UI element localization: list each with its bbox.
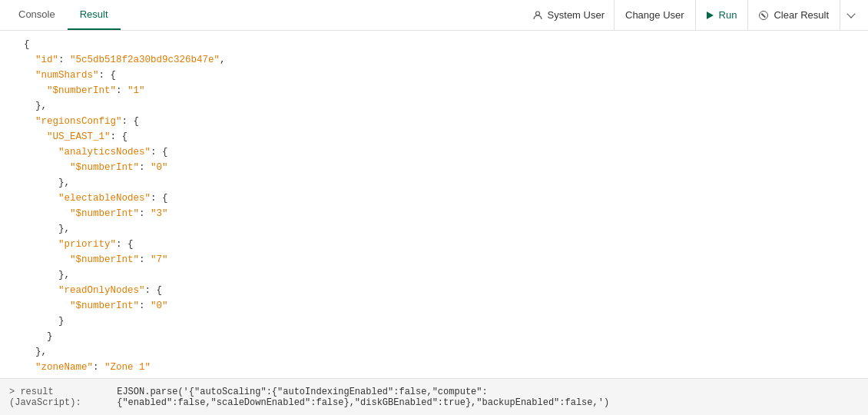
toolbar: Console Result System User Change User R… — [0, 0, 868, 31]
code-line: "$numberInt": "1" — [12, 83, 856, 98]
run-button[interactable]: Run — [695, 0, 748, 31]
code-line: { — [12, 37, 856, 52]
code-line: "electableNodes": { — [12, 191, 856, 206]
code-line: }, — [12, 221, 856, 237]
code-line: "priority": { — [12, 237, 856, 252]
clear-result-label: Clear Result — [774, 9, 829, 21]
toolbar-right: System User Change User Run Clear Result — [523, 0, 862, 31]
code-line: "$numberInt": "3" — [12, 206, 856, 221]
result-bar: > result (JavaScript): EJSON.parse('{"au… — [0, 378, 868, 415]
code-line: } — [12, 314, 856, 329]
dropdown-button[interactable] — [840, 0, 862, 31]
user-icon — [532, 10, 543, 21]
run-label: Run — [719, 9, 737, 21]
chevron-down-icon — [846, 9, 855, 18]
code-line: "$numberInt": "7" — [12, 252, 856, 267]
code-line: "zoneName": "Zone 1" — [12, 360, 856, 375]
svg-point-0 — [535, 12, 539, 15]
code-line: "regionsConfig": { — [12, 114, 856, 129]
code-line: "$numberInt": "0" — [12, 298, 856, 314]
code-line: "readOnlyNodes": { — [12, 283, 856, 298]
code-line: "$numberInt": "0" — [12, 160, 856, 175]
code-line: "US_EAST_1": { — [12, 129, 856, 144]
result-content: EJSON.parse('{"autoScaling":{"autoIndexi… — [117, 387, 859, 408]
code-line: }, — [12, 175, 856, 191]
run-icon — [707, 12, 714, 19]
user-label: System User — [548, 9, 605, 21]
code-line: } — [12, 329, 856, 344]
code-line: "analyticsNodes": { — [12, 144, 856, 160]
tab-result[interactable]: Result — [68, 0, 121, 30]
clear-icon — [759, 11, 768, 20]
code-line: }, — [12, 344, 856, 360]
user-display: System User — [523, 0, 614, 31]
result-label: > result (JavaScript): — [9, 387, 114, 408]
clear-result-button[interactable]: Clear Result — [747, 0, 840, 31]
code-editor[interactable]: { "id": "5c5db518f2a30bd9c326b47e", "num… — [0, 31, 868, 378]
code-line: }, — [12, 98, 856, 114]
tab-console[interactable]: Console — [6, 0, 68, 30]
change-user-button[interactable]: Change User — [614, 0, 695, 31]
code-line: "numShards": { — [12, 68, 856, 83]
code-line: }, — [12, 267, 856, 283]
code-line: "id": "5c5db518f2a30bd9c326b47e", — [12, 52, 856, 68]
